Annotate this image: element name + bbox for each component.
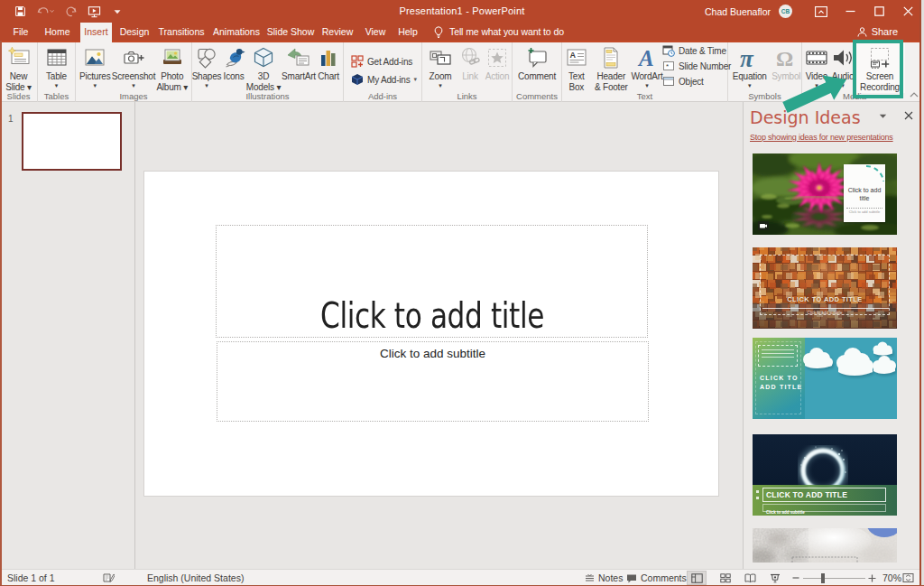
svg-text:A: A xyxy=(569,51,576,60)
ribbon-group-tables: Table▾ Tables xyxy=(38,41,76,102)
share-button[interactable]: Share xyxy=(857,23,898,41)
symbol-icon: Ω xyxy=(774,44,798,71)
comments-icon xyxy=(626,573,637,583)
zoom-level[interactable]: 70% xyxy=(882,570,901,586)
tab-review[interactable]: Review xyxy=(318,23,357,41)
reading-view-icon[interactable] xyxy=(740,571,760,585)
tab-slide-show[interactable]: Slide Show xyxy=(263,23,318,41)
header-footer-button[interactable]: Header& Footer xyxy=(591,41,632,93)
new-slide-icon xyxy=(6,44,32,71)
thumb2-title-box: CLICK TO ADD TITLE Click to add subtitle xyxy=(760,255,890,315)
screenshot-button[interactable]: Screenshot▾ xyxy=(115,41,153,93)
label: Text xyxy=(568,71,585,82)
tab-transitions[interactable]: Transitions xyxy=(153,23,209,41)
tab-help[interactable]: Help xyxy=(393,23,422,41)
save-icon[interactable] xyxy=(13,5,27,19)
label: My Add-ins xyxy=(367,75,410,85)
slide-sorter-icon[interactable] xyxy=(716,571,735,585)
redo-icon[interactable] xyxy=(63,5,78,19)
zoom-in-button[interactable] xyxy=(868,570,876,586)
customize-qat-chevron-icon[interactable] xyxy=(110,5,125,19)
label: SmartArt xyxy=(282,71,316,82)
spell-check-icon[interactable] xyxy=(103,570,115,586)
fit-slide-to-window-icon[interactable] xyxy=(902,570,914,586)
slide-1-thumbnail[interactable] xyxy=(22,112,122,171)
get-add-ins-button[interactable]: Get Add-ins xyxy=(351,55,412,68)
new-slide-button[interactable]: NewSlide ▾ xyxy=(0,41,37,93)
wordart-icon: A xyxy=(635,44,659,71)
comment-icon xyxy=(524,44,550,71)
text-box-button[interactable]: A TextBox xyxy=(562,41,591,93)
tab-file[interactable]: File xyxy=(4,23,38,41)
language-indicator[interactable]: English (United States) xyxy=(147,570,244,586)
design-ideas-close-icon[interactable] xyxy=(904,111,913,120)
annotation-arrow xyxy=(772,70,855,121)
design-thumbnail-dark-ring[interactable]: CLICK TO ADD TITLE Click to add subtitle xyxy=(753,434,897,516)
object-button[interactable]: Object xyxy=(662,75,727,88)
label: ADD TITLE xyxy=(760,384,802,390)
equation-button[interactable]: π Equation▾ xyxy=(728,41,771,93)
tab-animations[interactable]: Animations xyxy=(209,23,263,41)
label: Notes xyxy=(598,572,623,583)
window-title: Presentation1 - PowerPoint xyxy=(271,0,653,23)
shapes-icon xyxy=(195,44,218,71)
design-thumbnail-orange-mosaic[interactable]: CLICK TO ADD TITLE Click to add subtitle xyxy=(753,247,897,329)
powerpoint-window: Presentation1 - PowerPoint Chad Buenaflo… xyxy=(0,0,924,586)
normal-view-icon[interactable] xyxy=(687,571,707,585)
photo-album-button[interactable]: PhotoAlbum ▾ xyxy=(153,41,192,93)
action-button[interactable]: Action xyxy=(484,41,511,93)
3d-models-button[interactable]: 3DModels ▾ xyxy=(246,41,281,93)
maximize-icon[interactable] xyxy=(864,0,893,23)
icons-button[interactable]: Icons xyxy=(221,41,246,93)
label: Links xyxy=(422,91,512,101)
title-placeholder[interactable]: Click to add title xyxy=(216,225,648,338)
zoom-slider-track[interactable] xyxy=(803,578,865,579)
tab-insert[interactable]: Insert xyxy=(80,23,112,42)
undo-icon[interactable] xyxy=(36,5,54,19)
tab-view[interactable]: View xyxy=(357,23,393,41)
label: English (United States) xyxy=(147,572,244,583)
chart-button[interactable]: Chart xyxy=(317,41,340,93)
start-from-beginning-icon[interactable] xyxy=(87,5,101,19)
subtitle-placeholder[interactable]: Click to add subtitle xyxy=(217,341,649,422)
label: ▾ xyxy=(46,82,67,89)
ribbon-group-links: Zoom▾ Link Action Links xyxy=(422,41,513,102)
design-ideas-chevron-icon[interactable] xyxy=(879,114,887,119)
link-button[interactable]: Link xyxy=(457,41,484,93)
minimize-icon[interactable] xyxy=(836,0,864,23)
collapse-ribbon-icon[interactable] xyxy=(910,92,919,98)
label: WordArt xyxy=(631,71,662,82)
design-thumbnail-gray-texture[interactable] xyxy=(753,528,897,563)
comment-button[interactable]: Comment xyxy=(513,41,561,93)
zoom-slider-thumb[interactable] xyxy=(821,573,825,583)
label: Text xyxy=(562,91,727,101)
design-thumbnail-teal-clouds[interactable]: CLICK TOADD TITLE xyxy=(753,338,897,419)
comments-button[interactable]: Comments xyxy=(626,570,687,586)
label: ▾ xyxy=(413,76,416,83)
ribbon-group-comments: Comment Comments xyxy=(513,41,562,102)
slide-indicator[interactable]: Slide 1 of 1 xyxy=(7,570,55,586)
label: Link xyxy=(462,71,478,82)
wordart-button[interactable]: A WordArt▾ xyxy=(632,41,662,93)
shapes-button[interactable]: Shapes▾ xyxy=(192,41,221,93)
tab-home[interactable]: Home xyxy=(38,23,77,41)
avatar[interactable]: CB xyxy=(779,5,792,18)
tab-design[interactable]: Design xyxy=(116,23,153,41)
notes-button[interactable]: Notes xyxy=(585,570,623,586)
pictures-button[interactable]: Pictures▾ xyxy=(76,41,115,93)
zoom-out-button[interactable] xyxy=(792,570,799,586)
zoom-button[interactable]: Zoom▾ xyxy=(424,41,457,93)
close-icon[interactable] xyxy=(893,0,922,23)
tell-me-box[interactable]: Tell me what you want to do xyxy=(434,23,564,41)
slide-show-icon[interactable] xyxy=(765,571,785,585)
date-time-button[interactable]: Date & Time xyxy=(662,44,727,57)
table-button[interactable]: Table▾ xyxy=(38,41,75,93)
design-thumbnail-water-lily[interactable]: Click to addtitle Click to add subtitle xyxy=(753,153,897,235)
smartart-button[interactable]: SmartArt xyxy=(281,41,317,93)
thumb4-title-box: CLICK TO ADD TITLE xyxy=(762,488,886,502)
stop-showing-ideas-link[interactable]: Stop showing ideas for new presentations xyxy=(750,133,893,142)
my-add-ins-button[interactable]: My Add-ins ▾ xyxy=(351,73,417,86)
slide-number-button[interactable]: * Slide Number xyxy=(662,60,727,72)
ribbon-display-options-icon[interactable] xyxy=(807,0,836,23)
label: Click to add subtitle xyxy=(763,510,805,515)
